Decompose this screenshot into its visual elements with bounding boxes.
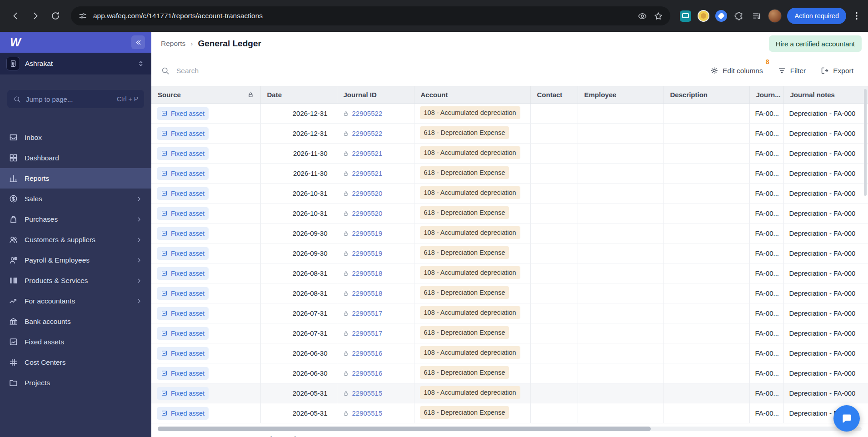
sidebar-item-dashboard[interactable]: Dashboard bbox=[0, 148, 151, 168]
account-badge[interactable]: 108 - Accumulated depreciation bbox=[420, 346, 520, 359]
column-header-description[interactable]: Description bbox=[663, 86, 749, 104]
column-header-employee[interactable]: Employee bbox=[578, 86, 663, 104]
source-badge[interactable]: Fixed asset bbox=[157, 127, 209, 140]
column-header-account[interactable]: Account bbox=[414, 86, 530, 104]
chat-widget-button[interactable] bbox=[833, 405, 860, 432]
sidebar-item-reports[interactable]: Reports bbox=[0, 168, 151, 189]
account-badge[interactable]: 618 - Depreciation Expense bbox=[420, 246, 509, 259]
extension-icon-2[interactable] bbox=[697, 10, 709, 22]
table-row[interactable]: Fixed asset 2026-10-31 22905520 bbox=[151, 184, 868, 204]
browser-menu-icon[interactable] bbox=[852, 11, 862, 21]
source-badge[interactable]: Fixed asset bbox=[157, 247, 209, 260]
company-selector[interactable]: Ashrakat bbox=[0, 53, 151, 74]
url-bar[interactable]: app.wafeq.com/c/141771/reports/account-t… bbox=[71, 6, 670, 25]
sidebar-item-sales[interactable]: Sales bbox=[0, 189, 151, 209]
account-badge[interactable]: 108 - Accumulated depreciation bbox=[420, 306, 520, 319]
journal-id-link[interactable]: 22905522 bbox=[352, 129, 383, 137]
wafeq-logo[interactable]: W bbox=[10, 36, 20, 49]
table-row[interactable]: Fixed asset 2026-08-31 22905518 bbox=[151, 283, 868, 303]
table-row[interactable]: Fixed asset 2026-12-31 22905522 bbox=[151, 104, 868, 124]
source-badge[interactable]: Fixed asset bbox=[157, 387, 209, 400]
sidebar-item-payroll-employees[interactable]: Payroll & Employees bbox=[0, 250, 151, 270]
sidebar-item-products-services[interactable]: Products & Services bbox=[0, 270, 151, 291]
journal-id-link[interactable]: 22905517 bbox=[352, 329, 383, 337]
account-badge[interactable]: 618 - Depreciation Expense bbox=[420, 166, 509, 179]
account-badge[interactable]: 618 - Depreciation Expense bbox=[420, 206, 509, 219]
extension-icon-1[interactable] bbox=[679, 10, 692, 22]
source-badge[interactable]: Fixed asset bbox=[157, 367, 209, 380]
source-badge[interactable]: Fixed asset bbox=[157, 347, 209, 360]
account-badge[interactable]: 108 - Accumulated depreciation bbox=[420, 266, 520, 279]
source-badge[interactable]: Fixed asset bbox=[157, 207, 209, 220]
source-badge[interactable]: Fixed asset bbox=[157, 167, 209, 180]
column-header-source[interactable]: Source bbox=[151, 86, 260, 104]
account-badge[interactable]: 108 - Accumulated depreciation bbox=[420, 386, 520, 399]
account-badge[interactable]: 618 - Depreciation Expense bbox=[420, 126, 509, 139]
extension-icon-3[interactable] bbox=[715, 10, 727, 22]
url-text[interactable]: app.wafeq.com/c/141771/reports/account-t… bbox=[93, 12, 631, 20]
vertical-scrollbar-track[interactable] bbox=[864, 89, 867, 343]
sidebar-item-inbox[interactable]: Inbox bbox=[0, 127, 151, 148]
reading-list-icon[interactable] bbox=[750, 10, 763, 22]
search-input[interactable] bbox=[175, 66, 394, 75]
table-row[interactable]: Fixed asset 2026-06-30 22905516 bbox=[151, 343, 868, 363]
table-row[interactable]: Fixed asset 2026-07-31 22905517 bbox=[151, 303, 868, 323]
horizontal-scrollbar-track[interactable] bbox=[158, 427, 862, 431]
account-badge[interactable]: 618 - Depreciation Expense bbox=[420, 286, 509, 299]
journal-id-link[interactable]: 22905516 bbox=[352, 369, 383, 377]
column-header-journal-id[interactable]: Journal ID bbox=[337, 86, 414, 104]
source-badge[interactable]: Fixed asset bbox=[157, 107, 209, 120]
journal-id-link[interactable]: 22905515 bbox=[352, 389, 383, 397]
table-row[interactable]: Fixed asset 2026-11-30 22905521 bbox=[151, 144, 868, 164]
sidebar-item-bank-accounts[interactable]: Bank accounts bbox=[0, 311, 151, 332]
journal-id-link[interactable]: 22905517 bbox=[352, 309, 383, 317]
extensions-puzzle-icon[interactable] bbox=[733, 10, 745, 22]
edit-columns-button[interactable]: Edit columns 8 bbox=[710, 66, 763, 75]
sidebar-item-cost-centers[interactable]: Cost Centers bbox=[0, 352, 151, 372]
column-header-contact[interactable]: Contact bbox=[530, 86, 578, 104]
export-button[interactable]: Export bbox=[820, 66, 853, 75]
profile-avatar[interactable] bbox=[768, 9, 782, 23]
journal-id-link[interactable]: 22905522 bbox=[352, 109, 383, 117]
journal-id-link[interactable]: 22905520 bbox=[352, 189, 383, 197]
hire-accountant-button[interactable]: Hire a certified accountant bbox=[769, 35, 862, 52]
table-row[interactable]: Fixed asset 2026-11-30 22905521 bbox=[151, 164, 868, 184]
sidebar-item-purchases[interactable]: Purchases bbox=[0, 209, 151, 229]
journal-id-link[interactable]: 22905516 bbox=[352, 349, 383, 357]
journal-id-link[interactable]: 22905521 bbox=[352, 149, 383, 157]
jump-to-page-button[interactable]: Jump to page... Ctrl + P bbox=[7, 90, 144, 108]
table-row[interactable]: Fixed asset 2026-12-31 22905522 bbox=[151, 124, 868, 144]
vertical-scrollbar-thumb[interactable] bbox=[864, 89, 867, 196]
source-badge[interactable]: Fixed asset bbox=[157, 327, 209, 340]
column-header-journal-number[interactable]: Journ... bbox=[749, 86, 783, 104]
action-required-button[interactable]: Action required bbox=[787, 8, 846, 24]
journal-id-link[interactable]: 22905520 bbox=[352, 209, 383, 217]
browser-back-button[interactable] bbox=[6, 7, 25, 25]
journal-id-link[interactable]: 22905519 bbox=[352, 229, 383, 237]
breadcrumb-reports[interactable]: Reports bbox=[161, 40, 185, 48]
account-badge[interactable]: 108 - Accumulated depreciation bbox=[420, 186, 520, 199]
journal-id-link[interactable]: 22905521 bbox=[352, 169, 383, 177]
account-badge[interactable]: 618 - Depreciation Expense bbox=[420, 326, 509, 339]
journal-id-link[interactable]: 22905515 bbox=[352, 409, 383, 417]
sidebar-item-fixed-assets[interactable]: Fixed assets bbox=[0, 332, 151, 352]
column-header-journal-notes[interactable]: Journal notes bbox=[783, 86, 868, 104]
sidebar-item-projects[interactable]: Projects bbox=[0, 372, 151, 393]
table-row[interactable]: Fixed asset 2026-08-31 22905518 bbox=[151, 263, 868, 283]
source-badge[interactable]: Fixed asset bbox=[157, 147, 209, 160]
journal-id-link[interactable]: 22905518 bbox=[352, 289, 383, 297]
horizontal-scrollbar-thumb[interactable] bbox=[158, 427, 651, 431]
journal-id-link[interactable]: 22905519 bbox=[352, 249, 383, 257]
source-badge[interactable]: Fixed asset bbox=[157, 227, 209, 240]
table-row[interactable]: Fixed asset 2026-09-30 22905519 bbox=[151, 223, 868, 243]
bookmark-star-icon[interactable] bbox=[653, 11, 663, 21]
account-badge[interactable]: 618 - Depreciation Expense bbox=[420, 406, 509, 419]
sidebar-item-customers-suppliers[interactable]: Customers & suppliers bbox=[0, 229, 151, 250]
source-badge[interactable]: Fixed asset bbox=[157, 267, 209, 280]
sidebar-collapse-button[interactable] bbox=[131, 35, 145, 49]
preview-eye-icon[interactable] bbox=[638, 11, 647, 21]
site-info-icon[interactable] bbox=[78, 11, 87, 20]
browser-reload-button[interactable] bbox=[46, 7, 65, 25]
table-row[interactable]: Fixed asset 2026-07-31 22905517 bbox=[151, 323, 868, 343]
journal-id-link[interactable]: 22905518 bbox=[352, 269, 383, 277]
